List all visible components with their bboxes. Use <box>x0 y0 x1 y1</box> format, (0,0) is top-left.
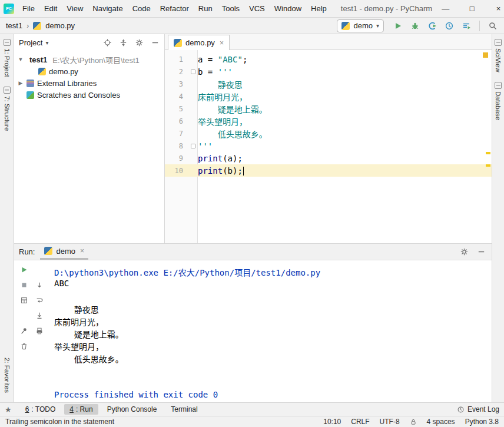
tree-item-external-libraries[interactable]: ▶External Libraries <box>14 77 164 89</box>
inspection-status-icon[interactable] <box>483 52 488 58</box>
fold-marker[interactable] <box>191 69 195 74</box>
scroll-down-icon[interactable] <box>35 280 44 290</box>
code-text: 床前明月光， <box>198 91 247 102</box>
run-panel-body: D:\python3\python.exe E:/农大/Python/项目/te… <box>14 260 492 402</box>
tree-expand-arrow[interactable]: ▶ <box>18 80 24 86</box>
code-text: ''' <box>198 141 213 151</box>
toolwindow-button-7-structure[interactable]: 7: Structure <box>4 87 11 131</box>
code-line-2[interactable]: 2b = ''' <box>165 65 492 78</box>
tree-expand-arrow[interactable]: ▼ <box>18 57 24 62</box>
menu-code[interactable]: Code <box>128 0 155 17</box>
toolwindow-tab-python-console[interactable]: Python Console <box>102 404 163 415</box>
menu-help[interactable]: Help <box>306 0 331 17</box>
close-tab-icon[interactable]: × <box>220 39 224 47</box>
warning-stripe-mark[interactable] <box>486 152 490 154</box>
code-line-10[interactable]: 10print(b); <box>165 164 492 177</box>
print-button[interactable] <box>35 326 44 336</box>
code-line-8[interactable]: 8''' <box>165 140 492 152</box>
menu-run[interactable]: Run <box>194 0 217 17</box>
run-with-coverage-button[interactable] <box>427 21 437 31</box>
code-line-6[interactable]: 6举头望明月， <box>165 115 492 127</box>
code-line-7[interactable]: 7 低头思故乡。 <box>165 127 492 140</box>
profiler-button[interactable] <box>444 21 455 31</box>
tree-item-test1[interactable]: ▼test1E:\农大\Python\项目\test1 <box>14 54 164 65</box>
tree-item-demo-py[interactable]: demo.py <box>14 65 164 77</box>
editor-tab-demo-py[interactable]: demo.py × <box>168 35 230 50</box>
code-text: 低头思故乡。 <box>198 128 267 140</box>
fold-marker[interactable] <box>191 144 195 148</box>
favorites-star-icon[interactable]: ★ <box>5 405 12 414</box>
run-toolbar <box>14 260 48 402</box>
menu-tools[interactable]: Tools <box>217 0 244 17</box>
toolwindow-button-1-project[interactable]: 1: Project <box>4 39 11 77</box>
toolwindow-button-2-favorites[interactable]: 2: Favorites <box>4 358 11 393</box>
locate-file-button[interactable] <box>102 38 112 47</box>
menu-window[interactable]: Window <box>270 0 306 17</box>
status-message: Trailing semicolon in the statement <box>5 418 114 426</box>
code-editor[interactable]: 1a = "ABC";2b = '''3 静夜思4床前明月光，5 疑是地上霜。6… <box>165 50 492 243</box>
pin-button[interactable] <box>19 326 29 336</box>
restore-layout-button[interactable] <box>19 296 29 305</box>
hide-panel-button[interactable] <box>150 38 160 47</box>
rerun-button[interactable] <box>19 265 29 274</box>
menu-vcs[interactable]: VCS <box>244 0 270 17</box>
toolwindow-tab-terminal[interactable]: Terminal <box>165 404 203 415</box>
sciview-icon <box>495 39 502 46</box>
code-line-5[interactable]: 5 疑是地上霜。 <box>165 102 492 115</box>
code-line-1[interactable]: 1a = "ABC"; <box>165 53 492 65</box>
toolwindow-button-sciview[interactable]: SciView <box>495 39 502 72</box>
close-button[interactable]: × <box>485 0 504 17</box>
right-tool-stripe: SciViewDatabase <box>492 34 504 402</box>
left-stripe-bottom: 2: Favorites <box>4 358 11 402</box>
gear-icon[interactable] <box>459 247 469 257</box>
toolwindow-button-database[interactable]: Database <box>495 82 502 120</box>
code-line-3[interactable]: 3 静夜思 <box>165 78 492 90</box>
caret-position-widget[interactable]: 10:10 <box>323 418 341 426</box>
run-configuration-select[interactable]: demo ▾ <box>337 19 384 32</box>
toolwindow-tab-4-run[interactable]: 4: Run <box>64 404 98 415</box>
close-tab-icon[interactable]: × <box>80 247 84 255</box>
clear-console-button[interactable] <box>19 342 29 351</box>
menu-view[interactable]: View <box>62 0 88 17</box>
menu-file[interactable]: File <box>18 0 39 17</box>
debug-button[interactable] <box>410 21 420 31</box>
code-line-4[interactable]: 4床前明月光， <box>165 90 492 102</box>
hide-panel-button[interactable] <box>476 247 486 257</box>
lock-icon[interactable] <box>410 418 417 426</box>
line-ending-widget[interactable]: CRLF <box>351 418 369 426</box>
project-panel-actions <box>102 38 160 47</box>
menu-refactor[interactable]: Refactor <box>155 0 194 17</box>
run-tab-demo[interactable]: demo × <box>40 244 88 260</box>
search-everywhere-button[interactable] <box>488 21 498 31</box>
menu-bar: FileEditViewNavigateCodeRefactorRunTools… <box>18 0 331 17</box>
editor-lines: 1a = "ABC";2b = '''3 静夜思4床前明月光，5 疑是地上霜。6… <box>165 50 492 177</box>
encoding-widget[interactable]: UTF-8 <box>380 418 400 426</box>
event-log-label: Event Log <box>467 405 499 413</box>
tree-item-scratches-and-consoles[interactable]: Scratches and Consoles <box>14 89 164 101</box>
interpreter-widget[interactable]: Python 3.8 <box>465 418 499 426</box>
run-configurations-button[interactable] <box>461 21 472 31</box>
breadcrumb-project[interactable]: test1 <box>6 21 22 30</box>
run-console-output[interactable]: D:\python3\python.exe E:/农大/Python/项目/te… <box>48 260 492 402</box>
breadcrumb-file[interactable]: demo.py <box>45 21 75 30</box>
code-line-9[interactable]: 9print(a); <box>165 152 492 164</box>
gear-icon[interactable] <box>134 38 144 47</box>
scroll-to-end-button[interactable] <box>35 311 44 320</box>
minimize-button[interactable]: — <box>432 0 459 17</box>
project-panel-title[interactable]: Project <box>19 38 42 47</box>
indent-widget[interactable]: 4 spaces <box>427 418 455 426</box>
soft-wrap-button[interactable] <box>35 296 44 305</box>
menu-edit[interactable]: Edit <box>39 0 62 17</box>
warning-stripe-mark[interactable] <box>486 164 490 167</box>
collapse-all-button[interactable] <box>118 38 128 47</box>
stop-button[interactable] <box>19 280 29 290</box>
toolbar-separator <box>479 21 480 31</box>
console-line: 低头思故乡。 <box>54 353 489 365</box>
event-log-button[interactable]: Event Log <box>457 405 499 413</box>
toolwindow-tab-6-todo[interactable]: 6: TODO <box>20 404 61 415</box>
menu-navigate[interactable]: Navigate <box>88 0 127 17</box>
project-tree: ▼test1E:\农大\Python\项目\test1demo.py▶Exter… <box>14 51 164 101</box>
code-text: a = "ABC"; <box>198 55 247 64</box>
run-button[interactable] <box>393 21 403 31</box>
maximize-button[interactable]: □ <box>459 0 485 17</box>
